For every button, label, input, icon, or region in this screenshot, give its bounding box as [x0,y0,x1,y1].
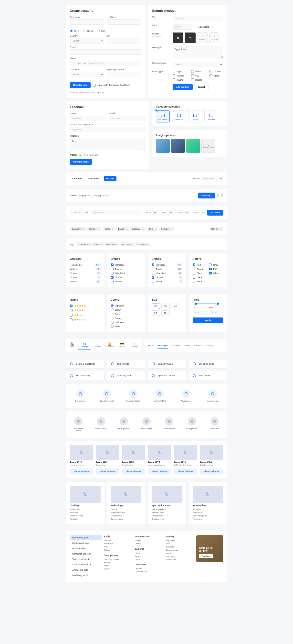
tag[interactable]: Brand new × [77,242,92,246]
category-card[interactable]: Toys for kids [107,359,146,368]
category-tile[interactable]: Men's clothing [148,386,172,406]
nav-icon-item[interactable]: ✉Messages [78,341,91,350]
mega-link[interactable]: Keyboards [166,555,194,558]
product-card[interactable]: From $250SmartphonesShow 35 items [122,445,145,474]
side-menu-item[interactable]: Clothes and wear [70,540,102,546]
category-tile[interactable]: Smartphones [182,414,202,435]
product-card[interactable]: From $120California, Bay areaShow 35 ite… [174,445,197,474]
phone-input[interactable] [88,60,141,66]
mega-link[interactable]: Nikon [135,551,163,554]
color-checkbox[interactable]: Gray [209,263,223,267]
mega-link[interactable]: Headsets [166,545,194,548]
nav-icon-item[interactable]: ♡Favorites [91,341,103,350]
filter-select[interactable]: Best match [201,176,223,181]
category-tile[interactable]: Smartphones [159,414,179,435]
category-tile[interactable]: Jewellery [204,110,218,122]
mega-link[interactable]: Macbooks [104,542,132,545]
color-checkbox[interactable]: Green [193,267,207,271]
upload-slot[interactable]: ☁Upload [197,32,208,43]
send-message-button[interactable]: Send message [70,159,92,165]
brand-checkbox[interactable]: Mercedes120 [152,263,182,267]
uploaded-image[interactable] [171,139,185,153]
color-radio[interactable]: Silver [111,324,142,328]
filter-pill[interactable]: Size [146,227,158,231]
price-input[interactable] [173,24,192,30]
show-items-button[interactable]: Show 35 items [200,468,223,474]
side-menu-item[interactable]: Sports and outdoor [70,562,102,567]
fb-email-input[interactable] [109,116,145,121]
size-button[interactable]: XL [161,310,170,316]
search-button[interactable]: ⌕ Search [207,210,223,216]
fb-name-input[interactable] [70,116,106,121]
color-checkbox[interactable]: Red [193,263,207,267]
rating-row[interactable]: ★★★★★ [70,308,101,313]
mega-link[interactable]: PlayStation [166,539,194,542]
color-radio[interactable]: Brown [111,308,142,312]
radio-buyer[interactable]: Buyer [70,30,80,32]
tag[interactable]: Aqua blue × [120,242,134,246]
category-card[interactable]: Auto motors [189,371,227,380]
terms-checkbox[interactable]: I agree with Terms and Conditions [93,84,130,86]
nav-icon-item[interactable]: 🏪Store [66,341,78,350]
radio-both[interactable]: Both [97,30,105,32]
description-textarea[interactable] [173,46,223,58]
category-tile[interactable]: Smartphones [114,414,134,435]
address-input[interactable] [91,210,141,215]
login-link[interactable]: Login in [96,92,104,94]
cancel-button[interactable]: Cancel [194,84,209,90]
price-filter[interactable]: Price [175,210,190,215]
show-items-button[interactable]: Show 35 items [122,468,145,474]
show-items-button[interactable]: Show 35 items [174,468,197,474]
country-select[interactable]: Select [70,38,104,44]
side-menu-item[interactable]: Home interiors [70,546,102,551]
color-radio[interactable]: Green [111,312,142,316]
category-card[interactable]: Sport and outdoor [148,371,186,380]
color-checkbox[interactable]: Pink [209,267,223,271]
category-card[interactable]: Jewellery items [107,371,146,380]
brand-checkbox[interactable]: Nissan5 [152,279,182,284]
negotiable-checkbox[interactable]: Negotiable [195,26,209,28]
purchase-button[interactable]: Purchase [199,554,213,558]
color-checkbox[interactable]: Black [193,275,207,279]
brand-checkbox[interactable]: Mitsubishi [111,271,142,275]
grid-view-icon[interactable]: ⊞ [217,194,219,197]
nav-tab[interactable]: Orders [184,343,191,348]
more-filter[interactable]: More [191,210,206,215]
tag[interactable]: Something × [135,242,150,246]
filter-pill[interactable]: Category [70,227,86,231]
register-button[interactable]: Register now [70,82,91,88]
mega-link[interactable]: Xiaomi [104,564,132,567]
mega-link[interactable]: Mauses [166,552,194,555]
color-checkbox[interactable]: White [209,271,223,275]
tab-onsale[interactable]: On sale [104,176,117,181]
category-tile[interactable]: Shoes for ladies [121,386,145,406]
category-tile[interactable]: Decorations [68,386,92,406]
size-button[interactable]: LG [152,310,160,316]
size-filter[interactable]: Size [159,210,173,215]
last-name-input[interactable] [107,19,141,25]
repeat-password-input[interactable] [107,72,141,77]
list-view-icon[interactable]: ☰ [221,194,223,197]
brand-checkbox[interactable]: Xiaomi [173,78,186,81]
category-tile[interactable]: Bestseller books [68,414,89,435]
brand-checkbox[interactable]: Huawei [173,74,186,77]
rating-row[interactable]: ★★★★★ [70,304,101,308]
filter-pill[interactable]: Feature [159,227,174,231]
filter-pill[interactable]: Brand [116,227,129,231]
color-radio[interactable]: Darkblue [111,320,142,324]
mega-link[interactable]: PC computers [135,570,163,573]
mega-link[interactable]: Accessories [166,558,194,561]
filter-pill[interactable]: Material [130,227,145,231]
product-title-input[interactable] [173,16,223,21]
color-checkbox[interactable]: Black [193,279,207,284]
upload-slot[interactable]: ☁Upload [209,32,220,43]
category-row[interactable]: Clothes5 [70,275,101,279]
image-thumb[interactable]: ⌚ [173,32,183,43]
color-radio[interactable]: Lightblue [111,304,142,308]
category-tile[interactable]: Home items [156,110,170,122]
city-input[interactable] [107,38,141,44]
size-button[interactable]: MD [171,304,179,309]
category-card[interactable]: Books & magazines [66,359,104,368]
product-card[interactable]: From $175Luxury apartamentsShow 15 items [148,445,171,474]
category-tile[interactable]: Accessories [174,386,198,406]
